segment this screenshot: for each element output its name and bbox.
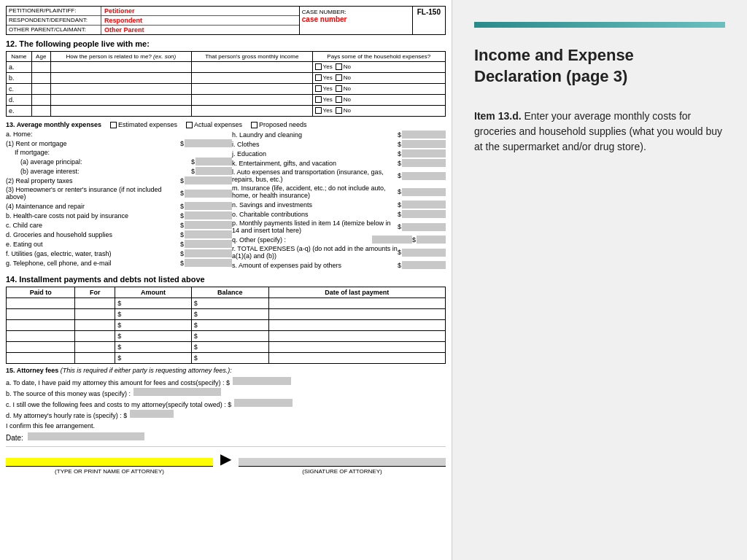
col-name: Name [7,52,32,62]
real-property-input[interactable] [185,176,232,184]
other-specify-input[interactable] [372,236,412,244]
table-row: $$ [7,353,446,364]
table-row: d. YesNo [7,95,446,106]
clothes-row: i. Clothes $ [232,140,446,148]
groceries-input[interactable] [185,230,232,238]
attorney-c-input[interactable] [234,399,293,407]
charitable-row: o. Charitable contributions $ [232,210,446,218]
form-number: FL-150 [412,7,445,34]
attorney-row-b: b. The source of this money was (specify… [6,388,446,397]
date-input[interactable] [28,432,144,440]
child-care-input[interactable] [185,221,232,229]
avg-interest-row: (b) average interest: $ [6,167,232,175]
entertainment-input[interactable] [402,159,446,167]
avg-principal-input[interactable] [196,158,232,166]
home-label-row: a. Home: [6,131,232,138]
other-label: q. Other (specify) : [232,236,372,244]
health-care-input[interactable] [185,211,232,219]
section-14-title: 14. Installment payments and debts not l… [6,275,446,284]
total-expenses-input[interactable] [402,249,446,257]
attorney-row-c: c. I still owe the following fees and co… [6,399,446,408]
eating-out-row: e. Eating out $ [6,240,232,248]
right-title: Income and Expense Declaration (page 3) [474,45,725,87]
homeowner-input[interactable] [185,190,232,198]
monthly-payments-input[interactable] [402,223,446,231]
auto-transport-input[interactable] [402,172,446,180]
clothes-input[interactable] [402,140,446,148]
table-row: $$ [7,309,446,320]
maintenance-label: (4) Maintenance and repair [6,203,180,210]
attorney-d-input[interactable] [130,410,174,418]
teal-bar [474,22,725,28]
eating-out-label: e. Eating out [6,241,180,248]
paid-by-others-input[interactable] [402,261,446,269]
avg-principal-row: (a) average principal: $ [6,158,232,166]
table-row: $$ [7,320,446,331]
utilities-input[interactable] [185,249,232,257]
petitioner-value: Petitioner [101,7,138,15]
estimated-checkbox[interactable] [110,122,117,128]
table-row: a. YesNo [7,62,446,73]
col-pays: Pays some of the household expenses? [312,52,445,62]
charitable-input[interactable] [402,210,446,218]
savings-label: n. Savings and investments [232,201,398,209]
groceries-label: d. Groceries and household supplies [6,231,180,238]
avg-interest-input[interactable] [196,167,232,175]
clothes-label: i. Clothes [232,141,398,148]
section-12-title: 12. The following people live with me: [6,39,446,48]
maintenance-row: (4) Maintenance and repair $ [6,202,232,210]
section-12: 12. The following people live with me: N… [6,39,446,117]
other-row: q. Other (specify) : $ [232,236,446,244]
insurance-input[interactable] [402,188,446,196]
education-label: j. Education [232,150,398,158]
col-income: That person's gross monthly income [191,52,312,62]
savings-row: n. Savings and investments $ [232,201,446,209]
confirm-text: I confirm this fee arrangement. [6,422,446,429]
attorney-row-a: a. To date, I have paid my attorney this… [6,377,446,386]
other-value: Other Parent [101,26,147,34]
case-number-value: case number [302,15,410,23]
avg-principal-label: (a) average principal: [20,158,191,166]
attorney-b-input[interactable] [133,388,221,396]
eating-out-input[interactable] [185,240,232,248]
proposed-checkbox[interactable] [251,122,258,128]
table-row: $$ [7,298,446,309]
attorney-row-d: d. My attorney's hourly rate is (specify… [6,410,446,419]
telephone-input[interactable] [185,259,232,267]
right-item-desc: Item 13.d. Enter your average monthly co… [474,109,725,155]
actual-checkbox[interactable] [186,122,193,128]
total-expenses-row: r. TOTAL EXPENSES (a-q) (do not add in t… [232,245,446,260]
col-for: For [75,287,115,298]
laundry-input[interactable] [402,131,446,139]
real-property-label: (2) Real property taxes [6,177,180,184]
type-print-label: (TYPE OR PRINT NAME OF ATTORNEY) [6,468,213,475]
proposed-label: Proposed needs [259,121,307,128]
charitable-label: o. Charitable contributions [232,211,398,218]
arrow-icon: ▶ [220,450,231,475]
rent-mortgage-label: (1) Rent or mortgage [6,140,180,147]
homeowner-label: (3) Homeowner's or renter's insurance (i… [6,186,180,201]
signature-block: (SIGNATURE OF ATTORNEY) [239,458,446,475]
expenses-header: 13. Average monthly expenses Estimated e… [6,121,446,128]
rent-mortgage-input[interactable] [185,139,232,147]
date-label: Date: [6,434,23,442]
section-13-label: 13. Average monthly expenses [6,121,101,128]
people-table-header: Name Age How the person is related to me… [7,52,446,62]
respondent-label: RESPONDENT/DEFENDANT: [7,16,101,25]
attorney-a-input[interactable] [233,377,291,385]
total-expenses-label: r. TOTAL EXPENSES (a-q) (do not add in t… [232,245,398,260]
entertainment-row: k. Entertainment, gifts, and vacation $ [232,159,446,167]
right-panel: Income and Expense Declaration (page 3) … [452,0,747,560]
right-item-label: Item 13.d. [474,110,522,122]
maintenance-input[interactable] [185,202,232,210]
petitioner-row: PETITIONER/PLAINTIFF: Petitioner [7,7,299,16]
paid-by-others-row: s. Amount of expenses paid by others $ [232,261,446,269]
telephone-row: g. Telephone, cell phone, and e-mail $ [6,259,232,267]
savings-input[interactable] [402,201,446,209]
section-14: 14. Installment payments and debts not l… [6,275,446,364]
attorney-c-label: c. I still owe the following fees and co… [6,401,231,408]
expenses-two-col: a. Home: (1) Rent or mortgage $ If mortg… [6,131,446,271]
education-input[interactable] [402,149,446,158]
other-input[interactable] [417,236,446,244]
col-paid-to: Paid to [7,287,75,298]
